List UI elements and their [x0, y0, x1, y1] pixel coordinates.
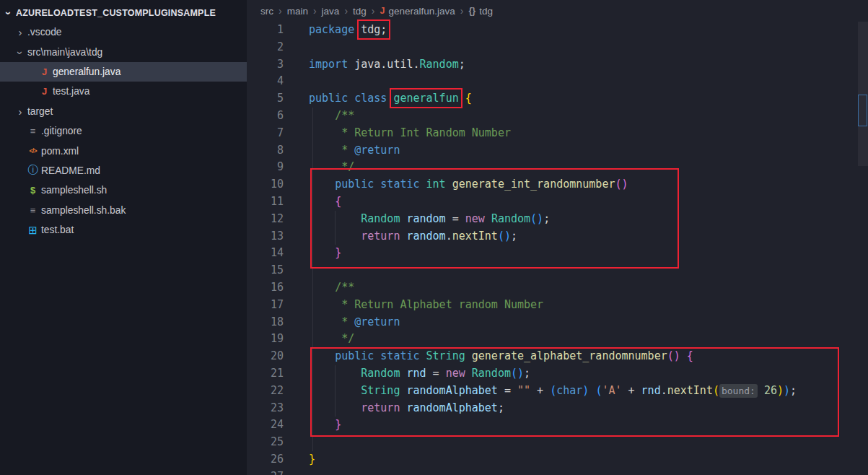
code-line[interactable]: 20 public static String generate_alphabe…	[247, 348, 868, 365]
breadcrumb-item-main[interactable]: main	[287, 6, 308, 17]
line-number[interactable]: 5	[247, 90, 284, 108]
line-number[interactable]: 10	[247, 176, 284, 193]
tree-item-readme.md[interactable]: ⓘREADME.md	[0, 161, 247, 180]
breadcrumb-item-generalfun.java[interactable]: Jgeneralfun.java	[380, 6, 455, 17]
code-line[interactable]: 27	[247, 469, 868, 475]
breadcrumb-item-tdg[interactable]: tdg	[353, 6, 367, 17]
code-line-text: public static String generate_alphabet_r…	[284, 348, 693, 365]
code-line[interactable]: 2	[247, 39, 868, 56]
code-line-text: */	[284, 331, 354, 348]
chevron-right: ›	[14, 105, 26, 118]
explorer-root-folder[interactable]: › AZURELOADTEST_CUSTOMPLUGINSAMPLE	[0, 3, 247, 22]
tree-item-pom.xml[interactable]: </>pom.xml	[0, 141, 247, 160]
chevron-down-icon: ›	[3, 7, 15, 19]
editor-pane[interactable]: src›main›java›tdg›Jgeneralfun.java›{}tdg…	[247, 0, 868, 475]
breadcrumb-separator: ›	[372, 5, 375, 17]
line-number[interactable]: 23	[247, 400, 284, 417]
breadcrumb-label: tdg	[353, 6, 367, 17]
code-line[interactable]: 1package tdg;	[247, 22, 868, 39]
code-line-text: public static int generate_int_randomnum…	[284, 176, 628, 193]
line-number[interactable]: 24	[247, 417, 284, 434]
code-line[interactable]: 16 /**	[247, 279, 868, 297]
scrollbar-marker	[858, 95, 867, 126]
line-number[interactable]: 19	[247, 331, 284, 348]
code-line[interactable]: 19 */	[247, 331, 868, 348]
line-number[interactable]: 4	[247, 73, 284, 90]
line-number[interactable]: 6	[247, 108, 284, 125]
scrollbar[interactable]	[858, 22, 868, 166]
line-number[interactable]: 25	[247, 434, 284, 451]
code-line[interactable]: 12 Random random = new Random();	[247, 211, 868, 228]
breadcrumb-label: main	[287, 6, 308, 17]
tree-item-target[interactable]: ›target	[0, 102, 247, 121]
tree-item-src-main-java-tdg[interactable]: ›src\main\java\tdg	[0, 42, 247, 61]
code-line[interactable]: 24 }	[247, 417, 868, 434]
code-line[interactable]: 8 * @return	[247, 142, 868, 160]
tree-item-.vscode[interactable]: ›.vscode	[0, 22, 247, 42]
code-line[interactable]: 18 * @return	[247, 314, 868, 331]
line-number[interactable]: 16	[247, 279, 284, 297]
line-number[interactable]: 1	[247, 22, 284, 39]
line-number[interactable]: 26	[247, 451, 284, 469]
breadcrumb-item-src[interactable]: src	[260, 6, 273, 17]
breadcrumb-item-tdg[interactable]: {}tdg	[468, 6, 493, 17]
code-area[interactable]: 1package tdg;23import java.util.Random;4…	[247, 22, 868, 475]
line-number[interactable]: 21	[247, 365, 284, 383]
line-number[interactable]: 13	[247, 228, 284, 245]
tree-item-generalfun.java[interactable]: Jgeneralfun.java	[0, 62, 247, 82]
breadcrumb-item-java[interactable]: java	[322, 6, 340, 17]
code-line-text: }	[284, 417, 341, 434]
code-line[interactable]: 11 {	[247, 193, 868, 211]
line-number[interactable]: 18	[247, 314, 284, 331]
inlay-hint-bound: bound:	[719, 384, 758, 398]
line-number[interactable]: 7	[247, 125, 284, 142]
code-line[interactable]: 13 return random.nextInt();	[247, 228, 868, 245]
line-number[interactable]: 14	[247, 245, 284, 262]
line-number[interactable]: 2	[247, 39, 284, 56]
code-line[interactable]: 21 Random rnd = new Random();	[247, 365, 868, 383]
code-line[interactable]: 6 /**	[247, 108, 868, 125]
code-line[interactable]: 26}	[247, 451, 868, 469]
code-line[interactable]: 9 */	[247, 159, 868, 176]
code-line[interactable]: 5public class generalfun {	[247, 90, 868, 108]
code-line[interactable]: 15	[247, 262, 868, 279]
line-number[interactable]: 27	[247, 469, 284, 475]
code-line[interactable]: 3import java.util.Random;	[247, 56, 868, 74]
line-number[interactable]: 22	[247, 383, 284, 400]
line-number[interactable]: 17	[247, 297, 284, 314]
annotation-highlight: tdg;	[361, 23, 387, 36]
list-icon: ≡	[26, 126, 40, 136]
tree-item-.gitignore[interactable]: ≡.gitignore	[0, 121, 247, 141]
tree-item-sampleshell.sh.bak[interactable]: ≡sampleshell.sh.bak	[0, 201, 247, 220]
code-line-text: /**	[284, 279, 354, 297]
code-line[interactable]: 14 }	[247, 245, 868, 262]
tree-item-sampleshell.sh[interactable]: $sampleshell.sh	[0, 180, 247, 200]
line-number[interactable]: 15	[247, 262, 284, 279]
breadcrumb-label: java	[322, 6, 340, 17]
breadcrumb-label: tdg	[479, 6, 493, 17]
line-number[interactable]: 12	[247, 211, 284, 228]
tree-item-test.bat[interactable]: ⊞test.bat	[0, 220, 247, 240]
java-icon: J	[38, 86, 51, 97]
code-line-text: /**	[284, 108, 354, 125]
line-number[interactable]: 8	[247, 142, 284, 160]
code-line[interactable]: 17 * Return Alphabet random Number	[247, 297, 868, 314]
breadcrumb-label: src	[260, 6, 273, 17]
code-line-text: String randomAlphabet = "" + (char) ('A'…	[284, 383, 797, 400]
breadcrumb-separator: ›	[313, 5, 317, 17]
line-number[interactable]: 3	[247, 56, 284, 74]
code-lines: 1package tdg;23import java.util.Random;4…	[247, 22, 868, 475]
code-line[interactable]: 4	[247, 73, 868, 90]
windows-icon: ⊞	[26, 224, 40, 237]
code-line[interactable]: 7 * Return Int Random Number	[247, 125, 868, 142]
code-line[interactable]: 25	[247, 434, 868, 451]
breadcrumb-separator: ›	[344, 5, 348, 17]
line-number[interactable]: 11	[247, 193, 284, 211]
code-line[interactable]: 23 return randomAlphabet;	[247, 400, 868, 417]
code-line[interactable]: 10 public static int generate_int_random…	[247, 176, 868, 193]
tree-item-test.java[interactable]: Jtest.java	[0, 82, 247, 101]
code-line[interactable]: 22 String randomAlphabet = "" + (char) (…	[247, 383, 868, 400]
list-icon: ≡	[26, 205, 40, 216]
line-number[interactable]: 20	[247, 348, 284, 365]
line-number[interactable]: 9	[247, 159, 284, 176]
